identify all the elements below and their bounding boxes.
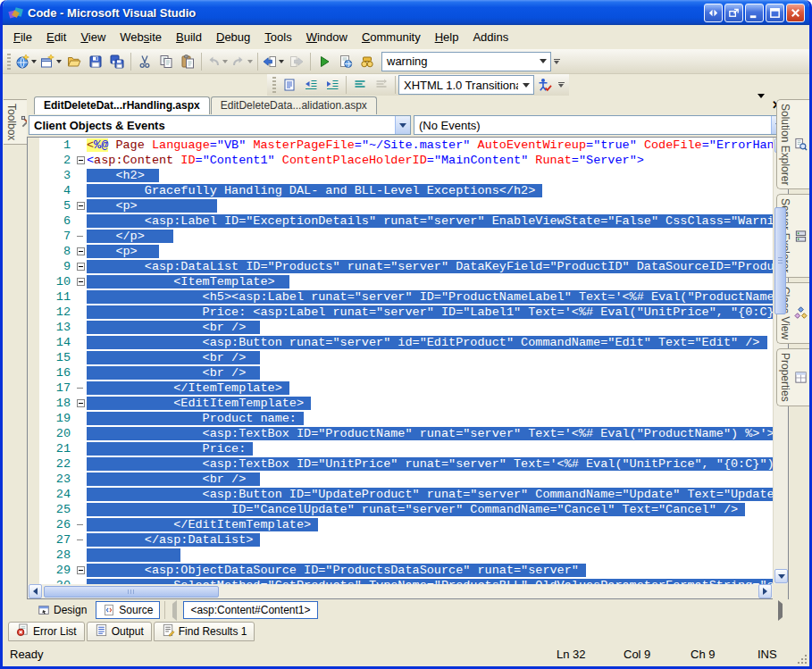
syntax-token: ="MainContent" [427, 154, 528, 167]
chevron-down-icon [540, 59, 547, 63]
document-tab-1[interactable]: EditDeleteDat...rHandling.aspx [34, 96, 210, 114]
tag-navigator-forward-button[interactable] [775, 602, 785, 619]
fold-collapse-icon[interactable] [77, 566, 85, 574]
design-view-button[interactable]: Design [30, 601, 94, 619]
selected-text: Product name: [87, 412, 304, 425]
object-dropdown-button[interactable] [395, 116, 410, 134]
menu-item-view[interactable]: View [73, 27, 113, 48]
menu-item-help[interactable]: Help [428, 27, 466, 48]
syntax-token [637, 138, 644, 152]
fold-collapse-icon[interactable] [77, 399, 85, 407]
object-dropdown[interactable]: Client Objects & Events [29, 115, 411, 135]
save-button[interactable] [85, 51, 106, 72]
uncomment-lines-button[interactable] [371, 74, 392, 96]
save-all-button[interactable] [106, 51, 128, 72]
fold-collapse-icon[interactable] [77, 247, 85, 255]
toolbar-grip[interactable] [7, 54, 11, 70]
toolbar-grip[interactable] [272, 77, 276, 93]
syntax-token: ="ErrorHandling.aspx.vb" [702, 138, 773, 152]
solution-explorer-icon [794, 138, 808, 151]
menu-item-debug[interactable]: Debug [209, 27, 257, 48]
check-accessibility-button[interactable] [534, 74, 556, 96]
menu-item-tools[interactable]: Tools [257, 27, 298, 48]
separator [164, 601, 165, 619]
syntax-token: ="VB" [210, 138, 247, 152]
syntax-token: AutoEventWireup [478, 138, 587, 152]
decrease-indent-button[interactable] [300, 74, 322, 96]
code-editor[interactable]: 1<%@ Page Language="VB" MasterPageFile="… [28, 138, 773, 584]
start-debugging-button[interactable] [314, 51, 335, 72]
toolbar-options-button[interactable] [556, 75, 566, 95]
panel-tab-find-results-1[interactable]: Find Results 1 [154, 622, 255, 641]
paste-button[interactable] [177, 51, 198, 72]
toolbar-options-button[interactable] [551, 52, 562, 71]
fold-margin [76, 472, 87, 487]
find-in-files-button[interactable] [356, 51, 378, 72]
menu-item-website[interactable]: Website [113, 27, 169, 48]
search-input[interactable]: warning [382, 54, 535, 68]
menu-item-community[interactable]: Community [355, 27, 428, 48]
panel-tab-output[interactable]: Output [87, 622, 152, 641]
copy-button[interactable] [155, 51, 177, 72]
fold-collapse-icon[interactable] [77, 202, 85, 210]
code-line: 5 <p> [28, 198, 773, 213]
undo-button[interactable] [205, 51, 230, 72]
line-number: 14 [28, 335, 76, 350]
dock-arrows-button[interactable] [704, 4, 723, 22]
horizontal-scroll-thumb[interactable] [44, 586, 219, 598]
maximize-button[interactable] [766, 4, 784, 22]
menu-item-file[interactable]: File [6, 27, 39, 48]
redo-button[interactable] [230, 51, 255, 72]
doctype-dropdown-button[interactable] [518, 76, 533, 94]
menu-item-window[interactable]: Window [299, 27, 355, 48]
fold-collapse-icon[interactable] [77, 263, 85, 271]
close-button[interactable] [786, 4, 805, 22]
search-dropdown-button[interactable] [535, 53, 550, 71]
doctype-combobox[interactable]: XHTML 1.0 Transitional ( [398, 75, 534, 95]
navigate-forward-button[interactable] [286, 51, 307, 72]
popout-button[interactable] [724, 4, 743, 22]
add-new-item-button[interactable] [38, 51, 63, 72]
line-number: 15 [28, 350, 76, 365]
tag-navigator-current[interactable]: <asp:Content#Content1> [183, 601, 317, 619]
menu-item-edit[interactable]: Edit [39, 27, 73, 48]
vertical-scroll-thumb[interactable] [774, 207, 786, 314]
object-dropdown-value: Client Objects & Events [29, 119, 395, 132]
new-website-button[interactable] [13, 51, 38, 72]
active-files-dropdown-button[interactable] [758, 98, 765, 112]
menu-item-addins[interactable]: Addins [465, 27, 515, 48]
main-area: Toolbox EditDeleteDat...rHandling.aspxEd… [3, 96, 809, 621]
fold-collapse-icon[interactable] [77, 278, 85, 286]
resize-grip[interactable] [797, 654, 808, 665]
comment-lines-button[interactable] [349, 74, 371, 96]
event-dropdown[interactable]: (No Events) [414, 115, 787, 135]
document-tab-strip: EditDeleteDat...rHandling.aspxEditDelete… [27, 96, 789, 114]
minimize-button[interactable] [745, 4, 764, 22]
panel-tab-error-list[interactable]: Error List [8, 622, 85, 641]
source-view-button[interactable]: Source [96, 601, 160, 619]
fold-margin [76, 229, 87, 244]
document-tab-2[interactable]: EditDeleteData...alidation.aspx [211, 96, 377, 114]
syntax-token: ="true" [586, 138, 637, 152]
syntax-token: Runat [535, 154, 572, 167]
search-combobox[interactable]: warning [381, 52, 551, 71]
scroll-down-button[interactable] [774, 569, 788, 583]
horizontal-scrollbar[interactable] [27, 584, 789, 599]
navigate-backward-button[interactable] [261, 51, 286, 72]
format-document-button[interactable] [279, 74, 300, 96]
vertical-scrollbar[interactable] [773, 138, 788, 584]
selected-text: <asp:DataList ID="Products" runat="serve… [87, 260, 773, 273]
tag-navigator-back-button[interactable] [170, 602, 180, 619]
view-in-browser-button[interactable] [335, 51, 356, 72]
increase-indent-button[interactable] [322, 74, 343, 96]
menu-item-build[interactable]: Build [169, 27, 209, 48]
doctype-value: XHTML 1.0 Transitional ( [399, 79, 518, 92]
fold-collapse-icon[interactable] [77, 156, 85, 164]
code-text: Price: [87, 441, 773, 456]
cut-button[interactable] [134, 51, 155, 72]
open-file-button[interactable] [63, 51, 85, 72]
scroll-left-button[interactable] [29, 584, 42, 598]
vertical-scroll-track[interactable] [774, 154, 788, 568]
code-line: 10 <ItemTemplate> [28, 274, 773, 289]
scroll-right-button[interactable] [758, 584, 772, 598]
